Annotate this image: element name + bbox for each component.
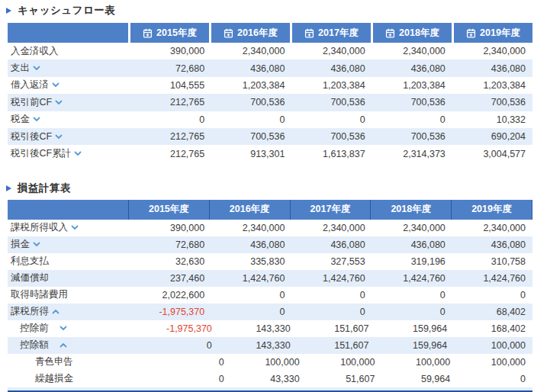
row-label: 控除前: [20, 322, 49, 335]
row-label: 損金: [11, 238, 30, 251]
chevron-up-icon[interactable]: [60, 342, 67, 348]
table-row: 税引後CF累計212,765913,3011,613,8372,314,3733…: [8, 145, 532, 162]
cell-value: 0: [156, 357, 231, 368]
calendar-icon: [143, 28, 153, 38]
chevron-down-icon[interactable]: [74, 151, 82, 156]
cell-value: 0: [372, 114, 452, 125]
cell-value: 700,536: [291, 97, 372, 108]
cell-value: 159,964: [375, 323, 454, 334]
cell-value: 0: [372, 290, 452, 300]
table-row: 税引後CF212,765700,536700,536700,536690,204: [8, 128, 532, 145]
cell-value: 0: [211, 114, 291, 125]
cell-value: 390,000: [131, 46, 211, 56]
column-header-label: 2018年度: [391, 203, 431, 216]
table-row: 損金72,680436,080436,080436,080436,080: [8, 236, 532, 253]
cell-value: 436,080: [452, 63, 532, 74]
chevron-down-icon[interactable]: [55, 100, 63, 105]
column-header-label: 2017年度: [310, 203, 351, 216]
chevron-up-icon[interactable]: [52, 309, 60, 314]
column-header-label: 2016年度: [237, 27, 278, 40]
table-row: 課税所得収入390,0002,340,0002,340,0002,340,000…: [8, 220, 532, 236]
row-label-cell: 控除額: [8, 339, 140, 352]
row-label-cell: 課税所得収入: [8, 221, 131, 234]
row-label: 課税所得収入: [11, 221, 68, 234]
row-label: 取得時諸費用: [11, 288, 68, 301]
row-label-cell: 借入返済: [8, 79, 131, 92]
row-label-cell: 青色申告: [8, 355, 156, 368]
cell-value: 0: [140, 340, 219, 351]
row-label-cell: 損金: [8, 238, 131, 251]
column-header-label: 2016年度: [230, 203, 270, 216]
cell-value: 2,022,600: [131, 290, 211, 300]
chevron-down-icon[interactable]: [55, 134, 63, 140]
cell-value: 0: [131, 114, 211, 125]
row-label-cell: 支出: [8, 62, 131, 75]
section-title-text: キャッシュフロー表: [18, 4, 115, 18]
section-collapse-arrow-icon[interactable]: [6, 185, 11, 191]
row-label: 課税所得: [11, 305, 49, 318]
cell-value: 700,536: [291, 131, 372, 142]
chevron-down-icon[interactable]: [71, 225, 79, 230]
profit-loss-table: 2015年度2016年度2017年度2018年度2019年度課税所得収入390,…: [8, 200, 532, 387]
cell-value: 100,000: [454, 340, 532, 351]
calendar-icon: [224, 28, 233, 38]
table-row: 税金000010,332: [8, 111, 532, 128]
cell-value: 335,830: [211, 256, 291, 267]
table-row: 減価償却237,4601,424,7601,424,7601,424,7601,…: [8, 270, 532, 287]
cell-value: 10,332: [452, 114, 532, 125]
cell-value: 700,536: [452, 97, 532, 108]
row-label-cell: 税引後CF: [8, 130, 131, 143]
row-label-cell: 利息支払: [8, 255, 131, 268]
cell-value: 436,080: [291, 239, 372, 250]
cell-value: 0: [291, 290, 372, 300]
column-header: 2015年度: [128, 200, 209, 220]
cell-value: 1,203,384: [211, 80, 291, 91]
column-header-label: 2017年度: [318, 27, 359, 40]
cell-value: 0: [291, 114, 372, 125]
cell-value: 700,536: [372, 131, 452, 142]
row-label-cell: 取得時諸費用: [8, 288, 131, 301]
cell-value: 68,402: [452, 307, 532, 317]
column-header: 2015年度: [128, 23, 209, 43]
cell-value: 390,000: [131, 223, 211, 233]
cell-value: 436,080: [372, 239, 452, 250]
column-header: 2019年度: [451, 200, 532, 220]
column-header: 2017年度: [290, 23, 371, 43]
row-label: 税金: [11, 113, 30, 126]
calendar-icon: [304, 28, 314, 38]
cell-value: 0: [211, 290, 291, 300]
chevron-down-icon[interactable]: [33, 242, 40, 247]
chevron-down-icon[interactable]: [33, 117, 40, 122]
cell-value: 2,340,000: [372, 46, 452, 56]
column-header-blank: [8, 200, 128, 220]
chevron-down-icon[interactable]: [60, 326, 67, 331]
cell-value: 913,301: [211, 149, 291, 159]
column-header-blank: [8, 23, 128, 43]
section-collapse-arrow-icon[interactable]: [6, 8, 11, 14]
cell-value: 700,536: [211, 131, 291, 142]
cell-value: 100,000: [381, 357, 457, 368]
table-row: 青色申告0100,000100,000100,000100,000: [8, 354, 532, 371]
chevron-down-icon[interactable]: [33, 66, 40, 71]
cashflow-section-title: キャッシュフロー表: [6, 5, 534, 17]
cell-value: 436,080: [452, 239, 532, 250]
cell-value: 310,758: [452, 256, 532, 267]
calendar-icon: [385, 28, 395, 38]
column-header-label: 2015年度: [156, 27, 197, 40]
table-row: 課税所得-1,975,37000068,402: [8, 304, 532, 320]
column-header: 2016年度: [209, 200, 290, 220]
cell-value: 43,330: [231, 374, 307, 384]
row-label: 減価償却: [11, 272, 49, 284]
row-label: 繰越損金: [35, 372, 73, 385]
cell-value: 151,607: [298, 340, 376, 351]
chevron-down-icon[interactable]: [52, 82, 60, 88]
cell-value: 1,613,837: [291, 149, 372, 159]
cell-value: 1,203,384: [372, 80, 452, 91]
cell-value: 0: [372, 307, 452, 317]
column-header: 2017年度: [290, 200, 371, 220]
cell-value: 143,330: [219, 323, 298, 334]
cell-value: 436,080: [211, 239, 291, 250]
cell-value: 2,340,000: [291, 46, 372, 56]
cell-value: 1,424,760: [452, 273, 532, 284]
cell-value: 104,555: [131, 80, 211, 91]
